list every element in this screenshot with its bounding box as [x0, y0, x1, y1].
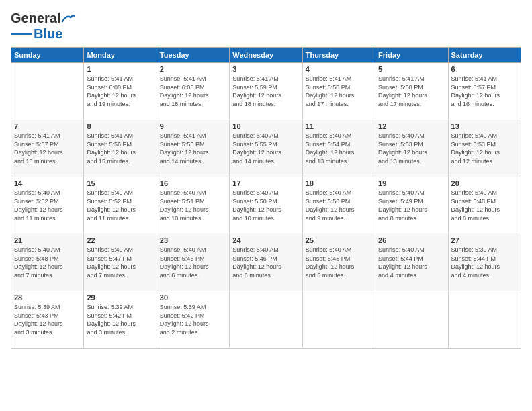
col-header-tuesday: Tuesday	[157, 48, 229, 63]
calendar-cell: 4Sunrise: 5:41 AMSunset: 5:58 PMDaylight…	[302, 63, 375, 120]
day-number: 9	[160, 122, 226, 130]
day-info: Sunrise: 5:40 AMSunset: 5:44 PMDaylight:…	[378, 246, 445, 279]
day-info: Sunrise: 5:41 AMSunset: 5:55 PMDaylight:…	[160, 132, 226, 165]
calendar-cell: 1Sunrise: 5:41 AMSunset: 6:00 PMDaylight…	[84, 63, 157, 120]
day-number: 25	[306, 236, 372, 244]
calendar-cell: 10Sunrise: 5:40 AMSunset: 5:55 PMDayligh…	[230, 120, 302, 177]
col-header-thursday: Thursday	[302, 48, 375, 63]
calendar-cell: 30Sunrise: 5:39 AMSunset: 5:42 PMDayligh…	[157, 291, 229, 349]
day-number: 6	[451, 65, 518, 73]
day-info: Sunrise: 5:41 AMSunset: 5:57 PMDaylight:…	[14, 132, 81, 165]
day-number: 24	[232, 236, 299, 244]
calendar-cell: 29Sunrise: 5:39 AMSunset: 5:42 PMDayligh…	[84, 291, 157, 349]
header-row: SundayMondayTuesdayWednesdayThursdayFrid…	[11, 48, 521, 63]
day-info: Sunrise: 5:40 AMSunset: 5:55 PMDaylight:…	[232, 132, 299, 165]
day-number: 15	[87, 179, 153, 187]
day-info: Sunrise: 5:40 AMSunset: 5:53 PMDaylight:…	[378, 132, 445, 165]
logo-general: General	[11, 11, 60, 26]
day-info: Sunrise: 5:39 AMSunset: 5:44 PMDaylight:…	[451, 246, 518, 279]
calendar-cell: 27Sunrise: 5:39 AMSunset: 5:44 PMDayligh…	[448, 234, 521, 291]
day-number: 13	[451, 122, 518, 130]
calendar-cell	[302, 291, 375, 349]
day-number: 2	[160, 65, 226, 73]
calendar-cell: 6Sunrise: 5:41 AMSunset: 5:57 PMDaylight…	[448, 63, 521, 120]
calendar-cell: 25Sunrise: 5:40 AMSunset: 5:45 PMDayligh…	[302, 234, 375, 291]
day-info: Sunrise: 5:40 AMSunset: 5:45 PMDaylight:…	[306, 246, 372, 279]
day-info: Sunrise: 5:40 AMSunset: 5:53 PMDaylight:…	[451, 132, 518, 165]
calendar-cell: 19Sunrise: 5:40 AMSunset: 5:49 PMDayligh…	[375, 177, 448, 234]
day-number: 12	[378, 122, 445, 130]
calendar-cell: 22Sunrise: 5:40 AMSunset: 5:47 PMDayligh…	[84, 234, 157, 291]
calendar-cell: 21Sunrise: 5:40 AMSunset: 5:48 PMDayligh…	[11, 234, 84, 291]
day-number: 8	[87, 122, 153, 130]
calendar-cell: 23Sunrise: 5:40 AMSunset: 5:46 PMDayligh…	[157, 234, 229, 291]
day-number: 17	[232, 179, 299, 187]
calendar-cell: 3Sunrise: 5:41 AMSunset: 5:59 PMDaylight…	[230, 63, 302, 120]
day-info: Sunrise: 5:41 AMSunset: 5:58 PMDaylight:…	[378, 75, 445, 108]
day-info: Sunrise: 5:40 AMSunset: 5:46 PMDaylight:…	[160, 246, 226, 279]
day-info: Sunrise: 5:40 AMSunset: 5:52 PMDaylight:…	[87, 189, 153, 222]
day-number: 21	[14, 236, 81, 244]
week-row-4: 28Sunrise: 5:39 AMSunset: 5:43 PMDayligh…	[11, 291, 521, 349]
day-info: Sunrise: 5:40 AMSunset: 5:46 PMDaylight:…	[232, 246, 299, 279]
day-number: 11	[306, 122, 372, 130]
logo-blue: Blue	[34, 26, 62, 42]
day-number: 28	[14, 293, 81, 302]
day-info: Sunrise: 5:39 AMSunset: 5:43 PMDaylight:…	[14, 303, 81, 336]
calendar-table: SundayMondayTuesdayWednesdayThursdayFrid…	[11, 47, 521, 349]
calendar-cell	[230, 291, 302, 349]
logo: General Blue	[11, 11, 76, 42]
day-number: 10	[232, 122, 299, 130]
calendar-cell: 14Sunrise: 5:40 AMSunset: 5:52 PMDayligh…	[11, 177, 84, 234]
calendar-cell: 12Sunrise: 5:40 AMSunset: 5:53 PMDayligh…	[375, 120, 448, 177]
day-number: 1	[87, 65, 153, 73]
calendar-cell: 9Sunrise: 5:41 AMSunset: 5:55 PMDaylight…	[157, 120, 229, 177]
day-info: Sunrise: 5:41 AMSunset: 6:00 PMDaylight:…	[87, 75, 153, 108]
day-info: Sunrise: 5:41 AMSunset: 5:58 PMDaylight:…	[306, 75, 372, 108]
day-number: 3	[232, 65, 299, 73]
calendar-cell: 15Sunrise: 5:40 AMSunset: 5:52 PMDayligh…	[84, 177, 157, 234]
calendar-cell	[375, 291, 448, 349]
day-info: Sunrise: 5:39 AMSunset: 5:42 PMDaylight:…	[160, 303, 226, 336]
week-row-1: 7Sunrise: 5:41 AMSunset: 5:57 PMDaylight…	[11, 120, 521, 177]
calendar-cell	[448, 291, 521, 349]
day-number: 29	[87, 293, 153, 302]
day-info: Sunrise: 5:41 AMSunset: 5:57 PMDaylight:…	[451, 75, 518, 108]
day-info: Sunrise: 5:40 AMSunset: 5:51 PMDaylight:…	[160, 189, 226, 222]
day-number: 16	[160, 179, 226, 187]
calendar-cell	[11, 63, 84, 120]
calendar-cell: 8Sunrise: 5:41 AMSunset: 5:56 PMDaylight…	[84, 120, 157, 177]
day-info: Sunrise: 5:40 AMSunset: 5:48 PMDaylight:…	[14, 246, 81, 279]
calendar-cell: 26Sunrise: 5:40 AMSunset: 5:44 PMDayligh…	[375, 234, 448, 291]
day-number: 7	[14, 122, 81, 130]
day-number: 30	[160, 293, 226, 302]
day-number: 26	[378, 236, 445, 244]
calendar-cell: 13Sunrise: 5:40 AMSunset: 5:53 PMDayligh…	[448, 120, 521, 177]
day-info: Sunrise: 5:40 AMSunset: 5:50 PMDaylight:…	[232, 189, 299, 222]
day-info: Sunrise: 5:41 AMSunset: 6:00 PMDaylight:…	[160, 75, 226, 108]
day-info: Sunrise: 5:40 AMSunset: 5:52 PMDaylight:…	[14, 189, 81, 222]
day-info: Sunrise: 5:40 AMSunset: 5:48 PMDaylight:…	[451, 189, 518, 222]
col-header-sunday: Sunday	[11, 48, 84, 63]
day-number: 23	[160, 236, 226, 244]
day-number: 19	[378, 179, 445, 187]
day-info: Sunrise: 5:40 AMSunset: 5:47 PMDaylight:…	[87, 246, 153, 279]
calendar-cell: 20Sunrise: 5:40 AMSunset: 5:48 PMDayligh…	[448, 177, 521, 234]
day-number: 20	[451, 179, 518, 187]
calendar-cell: 5Sunrise: 5:41 AMSunset: 5:58 PMDaylight…	[375, 63, 448, 120]
day-number: 4	[306, 65, 372, 73]
calendar-cell: 16Sunrise: 5:40 AMSunset: 5:51 PMDayligh…	[157, 177, 229, 234]
calendar-cell: 2Sunrise: 5:41 AMSunset: 6:00 PMDaylight…	[157, 63, 229, 120]
calendar-cell: 28Sunrise: 5:39 AMSunset: 5:43 PMDayligh…	[11, 291, 84, 349]
day-info: Sunrise: 5:41 AMSunset: 5:59 PMDaylight:…	[232, 75, 299, 108]
calendar-cell: 17Sunrise: 5:40 AMSunset: 5:50 PMDayligh…	[230, 177, 302, 234]
col-header-monday: Monday	[84, 48, 157, 63]
day-number: 22	[87, 236, 153, 244]
week-row-0: 1Sunrise: 5:41 AMSunset: 6:00 PMDaylight…	[11, 63, 521, 120]
logo-bird-icon	[61, 13, 76, 24]
day-number: 14	[14, 179, 81, 187]
week-row-3: 21Sunrise: 5:40 AMSunset: 5:48 PMDayligh…	[11, 234, 521, 291]
calendar-cell: 11Sunrise: 5:40 AMSunset: 5:54 PMDayligh…	[302, 120, 375, 177]
week-row-2: 14Sunrise: 5:40 AMSunset: 5:52 PMDayligh…	[11, 177, 521, 234]
col-header-wednesday: Wednesday	[230, 48, 302, 63]
